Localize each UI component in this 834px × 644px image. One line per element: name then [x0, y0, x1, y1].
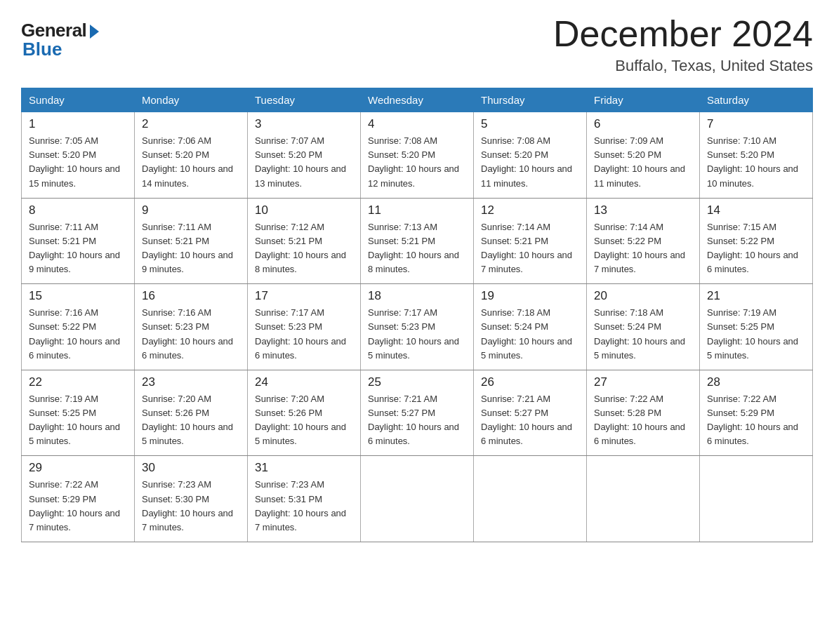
weekday-header-row: SundayMondayTuesdayWednesdayThursdayFrid… — [22, 88, 813, 112]
day-info: Sunrise: 7:05 AMSunset: 5:20 PMDaylight:… — [29, 135, 120, 188]
day-info: Sunrise: 7:10 AMSunset: 5:20 PMDaylight:… — [707, 135, 798, 188]
calendar-cell: 14 Sunrise: 7:15 AMSunset: 5:22 PMDaylig… — [700, 198, 813, 284]
calendar-cell: 31 Sunrise: 7:23 AMSunset: 5:31 PMDaylig… — [248, 456, 361, 542]
day-number: 12 — [481, 203, 579, 217]
day-info: Sunrise: 7:18 AMSunset: 5:24 PMDaylight:… — [594, 307, 685, 360]
day-info: Sunrise: 7:17 AMSunset: 5:23 PMDaylight:… — [255, 307, 346, 360]
weekday-header-tuesday: Tuesday — [248, 88, 361, 112]
week-row-5: 29 Sunrise: 7:22 AMSunset: 5:29 PMDaylig… — [22, 456, 813, 542]
day-info: Sunrise: 7:11 AMSunset: 5:21 PMDaylight:… — [29, 222, 120, 274]
calendar-cell: 4 Sunrise: 7:08 AMSunset: 5:20 PMDayligh… — [361, 112, 474, 199]
weekday-header-friday: Friday — [587, 88, 700, 112]
calendar-cell: 25 Sunrise: 7:21 AMSunset: 5:27 PMDaylig… — [361, 370, 474, 456]
day-info: Sunrise: 7:09 AMSunset: 5:20 PMDaylight:… — [594, 135, 685, 188]
calendar-cell: 22 Sunrise: 7:19 AMSunset: 5:25 PMDaylig… — [22, 370, 135, 456]
weekday-header-thursday: Thursday — [474, 88, 587, 112]
day-info: Sunrise: 7:22 AMSunset: 5:28 PMDaylight:… — [594, 394, 685, 446]
day-info: Sunrise: 7:06 AMSunset: 5:20 PMDaylight:… — [142, 135, 233, 188]
day-number: 13 — [594, 203, 692, 217]
calendar-cell: 27 Sunrise: 7:22 AMSunset: 5:28 PMDaylig… — [587, 370, 700, 456]
calendar-cell — [587, 456, 700, 542]
day-number: 26 — [481, 375, 579, 389]
logo: General Blue — [21, 14, 99, 60]
calendar-cell: 18 Sunrise: 7:17 AMSunset: 5:23 PMDaylig… — [361, 284, 474, 370]
calendar-cell: 19 Sunrise: 7:18 AMSunset: 5:24 PMDaylig… — [474, 284, 587, 370]
calendar-cell: 13 Sunrise: 7:14 AMSunset: 5:22 PMDaylig… — [587, 198, 700, 284]
header-area: General Blue December 2024 Buffalo, Texa… — [21, 14, 813, 75]
calendar-cell: 10 Sunrise: 7:12 AMSunset: 5:21 PMDaylig… — [248, 198, 361, 284]
day-info: Sunrise: 7:08 AMSunset: 5:20 PMDaylight:… — [481, 135, 572, 188]
title-area: December 2024 Buffalo, Texas, United Sta… — [553, 14, 813, 75]
day-number: 6 — [594, 117, 692, 131]
day-number: 17 — [255, 289, 353, 303]
day-number: 27 — [594, 375, 692, 389]
calendar-cell: 20 Sunrise: 7:18 AMSunset: 5:24 PMDaylig… — [587, 284, 700, 370]
day-number: 23 — [142, 375, 240, 389]
calendar-table: SundayMondayTuesdayWednesdayThursdayFrid… — [21, 88, 813, 542]
weekday-header-monday: Monday — [135, 88, 248, 112]
day-info: Sunrise: 7:12 AMSunset: 5:21 PMDaylight:… — [255, 222, 346, 274]
day-number: 16 — [142, 289, 240, 303]
day-number: 31 — [255, 461, 353, 475]
day-info: Sunrise: 7:21 AMSunset: 5:27 PMDaylight:… — [368, 394, 459, 446]
weekday-header-saturday: Saturday — [700, 88, 813, 112]
calendar-cell: 7 Sunrise: 7:10 AMSunset: 5:20 PMDayligh… — [700, 112, 813, 199]
day-info: Sunrise: 7:22 AMSunset: 5:29 PMDaylight:… — [707, 394, 798, 446]
calendar-cell: 29 Sunrise: 7:22 AMSunset: 5:29 PMDaylig… — [22, 456, 135, 542]
day-number: 1 — [29, 117, 127, 131]
calendar-cell: 8 Sunrise: 7:11 AMSunset: 5:21 PMDayligh… — [22, 198, 135, 284]
calendar-cell: 24 Sunrise: 7:20 AMSunset: 5:26 PMDaylig… — [248, 370, 361, 456]
day-info: Sunrise: 7:23 AMSunset: 5:30 PMDaylight:… — [142, 479, 233, 532]
day-info: Sunrise: 7:14 AMSunset: 5:22 PMDaylight:… — [594, 222, 685, 274]
day-number: 3 — [255, 117, 353, 131]
day-number: 2 — [142, 117, 240, 131]
day-info: Sunrise: 7:11 AMSunset: 5:21 PMDaylight:… — [142, 222, 233, 274]
day-number: 5 — [481, 117, 579, 131]
day-number: 15 — [29, 289, 127, 303]
logo-arrow-icon — [90, 25, 99, 39]
day-number: 30 — [142, 461, 240, 475]
day-info: Sunrise: 7:21 AMSunset: 5:27 PMDaylight:… — [481, 394, 572, 446]
calendar-cell — [474, 456, 587, 542]
calendar-cell: 2 Sunrise: 7:06 AMSunset: 5:20 PMDayligh… — [135, 112, 248, 199]
day-info: Sunrise: 7:08 AMSunset: 5:20 PMDaylight:… — [368, 135, 459, 188]
day-number: 21 — [707, 289, 805, 303]
logo-blue-text: Blue — [21, 39, 62, 60]
calendar-cell: 21 Sunrise: 7:19 AMSunset: 5:25 PMDaylig… — [700, 284, 813, 370]
day-info: Sunrise: 7:15 AMSunset: 5:22 PMDaylight:… — [707, 222, 798, 274]
day-info: Sunrise: 7:20 AMSunset: 5:26 PMDaylight:… — [142, 394, 233, 446]
calendar-cell: 5 Sunrise: 7:08 AMSunset: 5:20 PMDayligh… — [474, 112, 587, 199]
day-number: 29 — [29, 461, 127, 475]
day-number: 11 — [368, 203, 466, 217]
weekday-header-sunday: Sunday — [22, 88, 135, 112]
day-number: 19 — [481, 289, 579, 303]
day-info: Sunrise: 7:14 AMSunset: 5:21 PMDaylight:… — [481, 222, 572, 274]
calendar-cell: 6 Sunrise: 7:09 AMSunset: 5:20 PMDayligh… — [587, 112, 700, 199]
day-info: Sunrise: 7:17 AMSunset: 5:23 PMDaylight:… — [368, 307, 459, 360]
calendar-cell: 9 Sunrise: 7:11 AMSunset: 5:21 PMDayligh… — [135, 198, 248, 284]
day-info: Sunrise: 7:22 AMSunset: 5:29 PMDaylight:… — [29, 479, 120, 532]
day-number: 25 — [368, 375, 466, 389]
calendar-cell: 17 Sunrise: 7:17 AMSunset: 5:23 PMDaylig… — [248, 284, 361, 370]
calendar-cell — [361, 456, 474, 542]
day-number: 8 — [29, 203, 127, 217]
day-info: Sunrise: 7:13 AMSunset: 5:21 PMDaylight:… — [368, 222, 459, 274]
day-number: 24 — [255, 375, 353, 389]
calendar-cell: 11 Sunrise: 7:13 AMSunset: 5:21 PMDaylig… — [361, 198, 474, 284]
day-info: Sunrise: 7:07 AMSunset: 5:20 PMDaylight:… — [255, 135, 346, 188]
day-info: Sunrise: 7:18 AMSunset: 5:24 PMDaylight:… — [481, 307, 572, 360]
week-row-1: 1 Sunrise: 7:05 AMSunset: 5:20 PMDayligh… — [22, 112, 813, 199]
calendar-cell: 15 Sunrise: 7:16 AMSunset: 5:22 PMDaylig… — [22, 284, 135, 370]
day-info: Sunrise: 7:19 AMSunset: 5:25 PMDaylight:… — [29, 394, 120, 446]
weekday-header-wednesday: Wednesday — [361, 88, 474, 112]
day-number: 18 — [368, 289, 466, 303]
day-info: Sunrise: 7:16 AMSunset: 5:22 PMDaylight:… — [29, 307, 120, 360]
calendar-cell: 3 Sunrise: 7:07 AMSunset: 5:20 PMDayligh… — [248, 112, 361, 199]
calendar-cell: 12 Sunrise: 7:14 AMSunset: 5:21 PMDaylig… — [474, 198, 587, 284]
week-row-3: 15 Sunrise: 7:16 AMSunset: 5:22 PMDaylig… — [22, 284, 813, 370]
calendar-cell: 16 Sunrise: 7:16 AMSunset: 5:23 PMDaylig… — [135, 284, 248, 370]
calendar-cell: 26 Sunrise: 7:21 AMSunset: 5:27 PMDaylig… — [474, 370, 587, 456]
day-number: 20 — [594, 289, 692, 303]
calendar-cell: 23 Sunrise: 7:20 AMSunset: 5:26 PMDaylig… — [135, 370, 248, 456]
day-number: 14 — [707, 203, 805, 217]
